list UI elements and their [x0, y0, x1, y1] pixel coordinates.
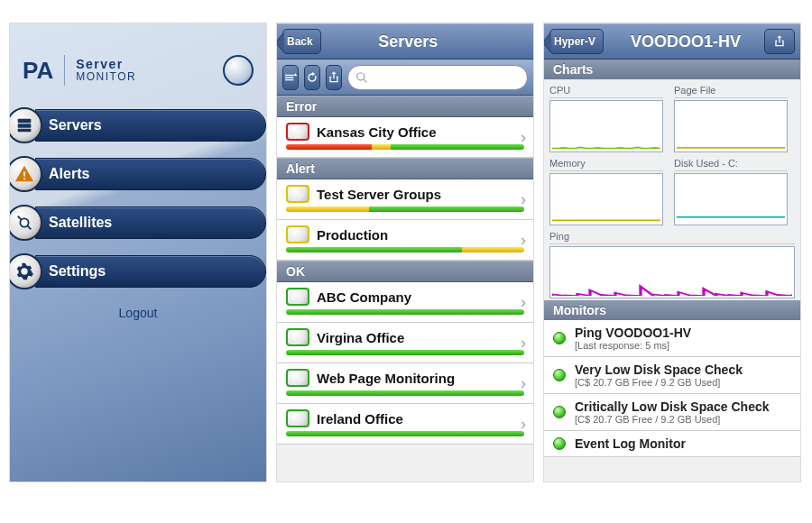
page-title: VOODOO1-HV [607, 32, 764, 51]
status-dot-icon [553, 437, 566, 450]
chart-canvas [549, 246, 795, 298]
monitor-row[interactable]: Critically Low Disk Space Check[C$ 20.7 … [544, 394, 800, 431]
back-button[interactable]: Back [282, 29, 321, 54]
health-bar [286, 247, 524, 252]
search-field[interactable] [347, 65, 528, 90]
nav-satellites[interactable]: Satellites [35, 206, 266, 239]
server-name: ABC Company [317, 289, 411, 305]
brand-header: PA Server MONITOR [23, 55, 254, 86]
chevron-right-icon: › [521, 190, 526, 209]
status-icon [286, 369, 309, 387]
health-bar [286, 206, 524, 212]
monitor-row[interactable]: Very Low Disk Space Check[C$ 20.7 GB Fre… [544, 357, 800, 394]
monitor-row[interactable]: Event Log Monitor [544, 431, 800, 457]
section-header-ok: OK [277, 261, 533, 282]
server-name: Ireland Office [317, 411, 403, 427]
server-row[interactable]: Production› [277, 220, 533, 261]
back-button[interactable]: Hyper-V [549, 29, 604, 54]
chart-canvas [674, 100, 788, 152]
brand-globe-icon [223, 55, 254, 86]
section-header-error: Error [277, 96, 533, 117]
svg-rect-1 [18, 124, 32, 128]
status-icon [286, 409, 309, 427]
nav-alerts[interactable]: Alerts [35, 158, 266, 190]
chart-ping[interactable]: Ping [549, 231, 795, 298]
chart-label: Memory [549, 158, 663, 171]
server-name: Kansas City Office [317, 124, 437, 140]
chart-canvas [549, 100, 663, 152]
share-button[interactable] [764, 29, 795, 54]
server-row[interactable]: Web Page Monitoring› [277, 363, 533, 404]
server-name: Production [317, 227, 388, 243]
refresh-button[interactable] [304, 65, 320, 90]
nav-settings[interactable]: Settings [35, 255, 266, 288]
chevron-right-icon: › [521, 293, 526, 312]
brand-pa: PA [23, 57, 53, 85]
logout-link[interactable]: Logout [10, 306, 266, 320]
server-name: Test Server Groups [317, 187, 441, 202]
server-name: Web Page Monitoring [317, 371, 455, 386]
search-icon [355, 71, 368, 84]
server-row[interactable]: Test Server Groups› [277, 179, 533, 220]
server-row[interactable]: Ireland Office› [277, 404, 533, 445]
servers-screen: Back Servers ErrorKansas City Office›Ale… [276, 23, 534, 482]
chart-canvas [549, 173, 663, 225]
server-row[interactable]: Kansas City Office› [277, 117, 533, 158]
status-icon [286, 185, 309, 203]
server-row[interactable]: Virgina Office› [277, 323, 533, 363]
nav-servers[interactable]: Servers [35, 109, 266, 142]
servers-navbar: Back Servers [277, 23, 533, 60]
chevron-right-icon: › [521, 415, 526, 434]
brand-divider [64, 55, 65, 86]
svg-rect-2 [18, 129, 32, 133]
monitor-name: Very Low Disk Space Check [575, 362, 743, 377]
chart-label: Ping [549, 231, 795, 244]
monitor-sub: [C$ 20.7 GB Free / 9.2 GB Used] [575, 377, 743, 388]
chart-canvas [674, 173, 788, 225]
status-dot-icon [553, 332, 566, 344]
chart-cpu[interactable]: CPU [549, 85, 663, 152]
nav-label: Settings [49, 263, 106, 280]
monitor-sub: [Last response: 5 ms] [575, 340, 691, 351]
chevron-right-icon: › [521, 231, 526, 250]
share-button[interactable] [326, 65, 342, 90]
status-icon [286, 288, 309, 306]
health-bar [286, 144, 524, 150]
monitor-sub: [C$ 20.7 GB Free / 9.2 GB Used] [575, 414, 770, 425]
chart-pagefile[interactable]: Page File [674, 85, 788, 152]
health-bar [286, 390, 524, 396]
server-detail-screen: Hyper-V VOODOO1-HV Charts CPUPage FileMe… [543, 23, 801, 482]
status-dot-icon [553, 406, 566, 418]
monitor-name: Event Log Monitor [575, 436, 686, 451]
detail-navbar: Hyper-V VOODOO1-HV [544, 23, 800, 60]
svg-rect-0 [18, 119, 32, 124]
monitor-row[interactable]: Ping VOODOO1-HV[Last response: 5 ms] [544, 320, 800, 357]
svg-point-3 [20, 218, 28, 226]
chevron-right-icon: › [521, 128, 526, 147]
search-input[interactable] [368, 70, 520, 84]
nav-label: Servers [49, 117, 102, 133]
chevron-right-icon: › [521, 334, 526, 353]
charts-grid: CPUPage FileMemoryDisk Used - C:Ping [544, 79, 800, 300]
server-row[interactable]: ABC Company› [277, 282, 533, 323]
section-header-alert: Alert [277, 158, 533, 179]
chart-disk[interactable]: Disk Used - C: [674, 158, 788, 225]
charts-section-header: Charts [544, 60, 800, 79]
health-bar [286, 350, 524, 355]
chart-memory[interactable]: Memory [549, 158, 663, 225]
servers-toolbar [277, 60, 533, 96]
nav-label: Satellites [49, 215, 112, 231]
page-title: Servers [325, 32, 492, 51]
server-name: Virgina Office [317, 330, 404, 345]
status-dot-icon [553, 369, 566, 381]
monitors-section-header: Monitors [544, 300, 800, 320]
status-icon [286, 123, 309, 141]
chart-label: CPU [549, 85, 663, 98]
chart-label: Disk Used - C: [674, 158, 788, 171]
status-icon [286, 328, 309, 346]
sort-button[interactable] [282, 65, 299, 90]
chevron-right-icon: › [521, 374, 526, 393]
health-bar [286, 431, 524, 436]
health-bar [286, 309, 524, 315]
chart-label: Page File [674, 85, 788, 98]
